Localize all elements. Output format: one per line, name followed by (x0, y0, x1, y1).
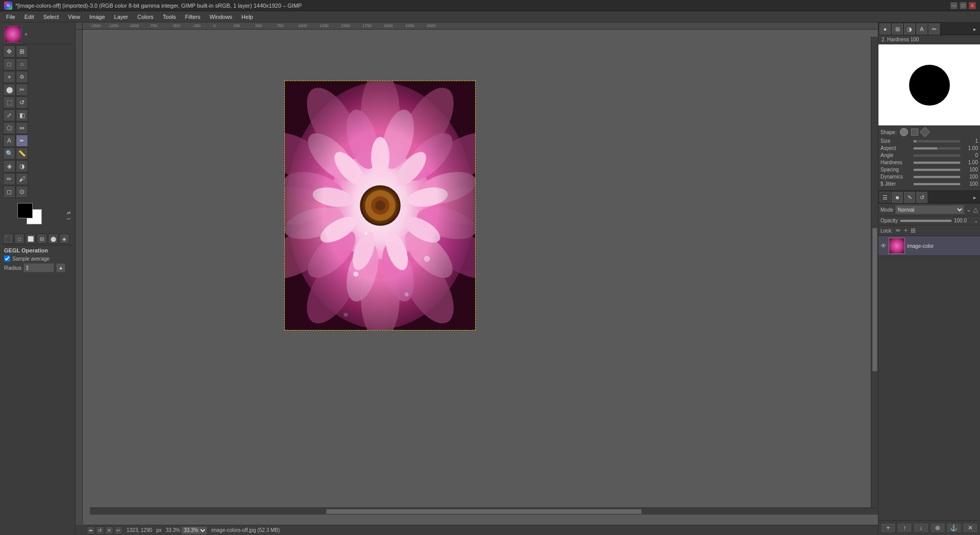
colorpicker-btn active[interactable]: ✒ (16, 135, 28, 147)
menu-edit[interactable]: Edit (20, 13, 38, 21)
menu-windows[interactable]: Windows (205, 13, 236, 21)
paintbrush-btn[interactable]: 🖌 (16, 173, 28, 185)
jitter-slider-track[interactable] (913, 183, 961, 186)
bucket-fill-btn[interactable]: ◈ (3, 160, 15, 172)
layer-item[interactable]: 👁 image-color (878, 236, 980, 256)
mode-subtract-btn[interactable]: ⬜ (26, 234, 36, 244)
reset-colors-btn[interactable]: ↩ (67, 216, 71, 221)
tab-close-button[interactable]: × (24, 32, 28, 37)
fuzzy-select-btn[interactable]: ✡ (16, 71, 28, 83)
image-thumbnail[interactable] (4, 26, 21, 43)
mode-expand-btn[interactable]: ⌄ (966, 206, 971, 213)
horizontal-scrollbar[interactable] (90, 507, 878, 515)
layer-new-btn[interactable]: + (880, 523, 896, 533)
gradients-tab[interactable]: ◑ (904, 23, 915, 35)
layers-tab-btn[interactable]: ☰ (879, 192, 891, 203)
opacity-expand-btn[interactable]: ⌄ (974, 218, 978, 223)
lock-move-btn[interactable]: + (904, 227, 908, 234)
history-tab-btn[interactable]: ↺ (916, 192, 927, 203)
nav-first-btn[interactable]: ⬅ (87, 526, 95, 534)
channels-tab-btn[interactable]: ■ (892, 192, 903, 203)
menu-file[interactable]: File (2, 13, 19, 21)
mode-select[interactable]: Normal (895, 205, 964, 214)
menu-filters[interactable]: Filters (181, 13, 205, 21)
mode-extra-btn[interactable]: ⬤ (48, 234, 58, 244)
gradient-btn[interactable]: ◑ (16, 160, 28, 172)
free-select-btn[interactable]: ⌖ (3, 71, 15, 83)
layer-raise-btn[interactable]: ↑ (897, 523, 912, 533)
ellipse-select-btn[interactable]: ○ (16, 58, 28, 70)
spacing-slider-track[interactable] (913, 168, 961, 171)
measure-btn[interactable]: 📏 (16, 147, 28, 160)
perspective-btn[interactable]: ⬠ (3, 122, 15, 134)
mode-intersect-btn[interactable]: ⊟ (37, 234, 47, 244)
shape-circle-btn[interactable] (900, 128, 908, 136)
layer-delete-btn[interactable]: ✕ (963, 523, 978, 533)
mode-extra2-btn[interactable]: ◈ (59, 234, 69, 244)
menu-view[interactable]: View (64, 13, 84, 21)
crop-btn[interactable]: ⬚ (3, 96, 15, 109)
move-tool-btn[interactable]: ✥ (3, 45, 15, 58)
foreground-color-swatch[interactable] (17, 203, 33, 218)
brush-panel-collapse-btn[interactable]: ▸ (971, 23, 979, 35)
scale-btn[interactable]: ⤢ (3, 109, 15, 121)
minimize-button[interactable]: — (950, 2, 958, 9)
menu-tools[interactable]: Tools (159, 13, 180, 21)
paths-tab-btn[interactable]: ✎ (904, 192, 915, 203)
rect-select-btn[interactable]: □ (3, 58, 15, 70)
swap-colors-btn[interactable]: ⇌ (67, 210, 71, 215)
shape-square-btn[interactable] (911, 129, 918, 136)
airbrush-btn[interactable]: ⊙ (16, 186, 28, 198)
nav-undo-btn[interactable]: ↺ (96, 526, 104, 534)
horizontal-scrollbar-thumb[interactable] (326, 509, 642, 514)
fonts-tab[interactable]: A (916, 23, 927, 35)
vertical-scrollbar-thumb[interactable] (872, 228, 877, 371)
layers-panel-collapse-btn[interactable]: ▸ (971, 192, 979, 203)
eraser-btn[interactable]: ◻ (3, 186, 15, 198)
lock-alpha-btn[interactable]: ⊞ (911, 227, 916, 234)
menu-image[interactable]: Image (85, 13, 109, 21)
angle-slider-track[interactable] (913, 154, 961, 157)
close-button[interactable]: ✕ (969, 2, 976, 9)
layer-lower-btn[interactable]: ↓ (913, 523, 928, 533)
radius-input[interactable] (23, 263, 54, 272)
opacity-slider[interactable] (900, 219, 952, 222)
mode-replace-btn[interactable]: ⬛ (3, 234, 13, 244)
lock-paint-btn[interactable]: ✏ (896, 227, 901, 234)
brushes-tab[interactable]: ● (879, 23, 891, 35)
align-tool-btn[interactable]: ⊞ (16, 45, 28, 58)
by-color-select-btn[interactable]: ⬤ (3, 84, 15, 96)
layer-visibility-btn[interactable]: 👁 (880, 242, 887, 249)
canvas-area[interactable] (83, 30, 878, 525)
vertical-scrollbar[interactable] (871, 37, 878, 515)
flip-btn[interactable]: ⇔ (16, 122, 28, 134)
iscissors-btn[interactable]: ✂ (16, 84, 28, 96)
menu-layer[interactable]: Layer (110, 13, 133, 21)
text-btn[interactable]: A (3, 135, 15, 147)
mode-collapse-btn[interactable]: △ (973, 206, 978, 213)
patterns-tab[interactable]: ⊞ (892, 23, 903, 35)
zoom-btn[interactable]: 🔍 (3, 147, 15, 160)
nav-redo-btn[interactable]: ↩ (114, 526, 122, 534)
menu-select[interactable]: Select (39, 13, 63, 21)
layer-duplicate-btn[interactable]: ⊕ (930, 523, 945, 533)
pencil-tab-btn[interactable]: ✏ (928, 23, 940, 35)
shape-diamond-btn[interactable] (920, 127, 930, 137)
nav-cancel-btn[interactable]: ✕ (105, 526, 113, 534)
size-slider-track[interactable] (913, 140, 961, 143)
layer-anchor-btn[interactable]: ⚓ (946, 523, 962, 533)
dynamics-slider-track[interactable] (913, 175, 961, 179)
pencil-btn[interactable]: ✏ (3, 173, 15, 185)
menu-colors[interactable]: Colors (133, 13, 158, 21)
shear-btn[interactable]: ◧ (16, 109, 28, 121)
zoom-select[interactable]: 33.3% (181, 526, 207, 534)
mode-add-btn[interactable]: □ (14, 234, 24, 244)
aspect-slider-track[interactable] (913, 147, 961, 150)
menu-help[interactable]: Help (237, 13, 257, 21)
maximize-button[interactable]: □ (960, 2, 967, 9)
radius-spin-up[interactable]: ▲ (56, 263, 65, 272)
hardness-slider-track[interactable] (913, 161, 961, 164)
ruler-label: 250 (233, 23, 240, 28)
rotate-btn[interactable]: ↺ (16, 96, 28, 109)
sample-average-checkbox[interactable] (4, 256, 10, 262)
